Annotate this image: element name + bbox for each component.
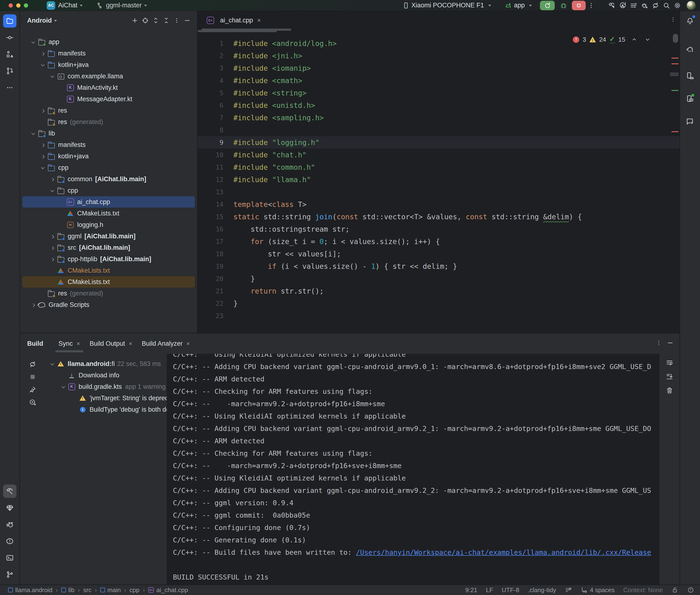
code-line-9[interactable]: 9#include "logging.h" — [198, 136, 679, 148]
tool-commit[interactable] — [3, 31, 17, 44]
breadcrumb-item-main[interactable]: main — [100, 587, 121, 594]
next-problem-icon[interactable] — [644, 36, 651, 43]
close-window-button[interactable] — [8, 3, 13, 8]
close-tab-icon[interactable]: × — [257, 17, 261, 24]
collapse-all-button[interactable] — [161, 15, 171, 26]
code-line-2[interactable]: 2#include <jni.h> — [198, 50, 679, 62]
breadcrumb-item-cpp[interactable]: cpp — [130, 587, 140, 594]
chevron-right-icon[interactable] — [39, 152, 46, 160]
clear-console-icon[interactable] — [666, 387, 673, 394]
vcs-branch-widget[interactable]: ggml-master — [96, 2, 147, 9]
code-line-5[interactable]: 5#include <string> — [198, 87, 679, 99]
tool-device-manager[interactable] — [683, 69, 697, 82]
indent-widget[interactable]: 4 spaces — [581, 587, 615, 594]
tree-item-cpp[interactable]: cpp — [22, 185, 195, 196]
more-run-actions-button[interactable] — [586, 1, 597, 10]
apply-code-changes-button[interactable] — [617, 1, 628, 10]
tree-item-manifests[interactable]: manifests — [22, 48, 195, 59]
code-line-7[interactable]: 7#include <sampling.h> — [198, 111, 679, 124]
pin-icon[interactable] — [29, 386, 36, 393]
device-selector[interactable]: Xiaomi POCOPHONE F1 — [402, 2, 491, 9]
build-tree-item-llama-android[interactable]: llama.android: fi22 sec, 583 ms — [45, 358, 167, 370]
tool-device-explorer[interactable] — [3, 501, 17, 514]
chevron-right-icon[interactable] — [49, 255, 56, 263]
code-line-15[interactable]: 15static std::string join(const std::vec… — [198, 210, 679, 223]
tree-item-messageadapter-kt[interactable]: MessageAdapter.kt — [22, 93, 195, 105]
linter-config[interactable]: .clang-tidy — [528, 587, 556, 594]
chevron-down-icon[interactable] — [49, 187, 56, 194]
build-tree-item-jvmtarget-string-is-deprec[interactable]: 'jvmTarget: String' is deprec — [45, 392, 167, 404]
rerun-button[interactable] — [540, 1, 555, 10]
tree-item-kotlin-java[interactable]: kotlin+java — [22, 59, 195, 70]
tree-item-ggml-aichat-lib-main[interactable]: ggml[AiChat.lib.main] — [22, 230, 195, 242]
chevron-right-icon[interactable] — [39, 141, 46, 148]
code-line-3[interactable]: 3#include <iomanip> — [198, 62, 679, 74]
tree-item-ai-chat-cpp[interactable]: ai_chat.cpp — [22, 196, 195, 208]
error-indicator-icon[interactable] — [687, 587, 694, 594]
build-console[interactable]: C/C++: Using KleidiAI optimized kernels … — [167, 354, 660, 585]
code-line-18[interactable]: 18 str << values[i]; — [198, 248, 679, 260]
sync-gradle-button[interactable] — [650, 1, 661, 10]
tree-item-cmakelists-txt[interactable]: CMakeLists.txt — [22, 208, 195, 219]
editor-options-button[interactable] — [670, 17, 676, 24]
breadcrumb-item-lib[interactable]: lib — [61, 587, 75, 594]
tree-item-cmakelists-txt[interactable]: CMakeLists.txt — [22, 265, 195, 276]
inspections-widget-icon[interactable] — [565, 587, 572, 594]
code-line-23[interactable]: 23 — [198, 310, 679, 322]
chevron-right-icon[interactable] — [30, 301, 37, 308]
tree-item-app[interactable]: app — [22, 36, 195, 48]
zoom-window-button[interactable] — [24, 3, 28, 8]
search-everywhere-button[interactable] — [661, 1, 672, 10]
build-options-button[interactable] — [656, 340, 662, 348]
code-line-11[interactable]: 11#include "common.h" — [198, 161, 679, 173]
tree-item-manifests[interactable]: manifests — [22, 139, 195, 150]
tool-logcat[interactable] — [3, 518, 17, 531]
tree-item-com-example-llama[interactable]: com.example.llama — [22, 70, 195, 82]
code-line-19[interactable]: 19 if (i < values.size() - 1) { str << d… — [198, 260, 679, 273]
tool-running-devices[interactable] — [683, 92, 697, 105]
attach-debugger-button[interactable] — [639, 1, 650, 10]
close-tab-icon[interactable]: × — [77, 340, 80, 347]
context-widget[interactable]: Context: None — [623, 587, 663, 594]
tree-item-kotlin-java[interactable]: kotlin+java — [22, 150, 195, 162]
change-stripe-mark[interactable] — [671, 90, 678, 91]
filter-icon[interactable] — [29, 399, 36, 406]
tree-item-logging-h[interactable]: logging.h — [22, 219, 195, 230]
code-line-12[interactable]: 12#include "llama.h" — [198, 173, 679, 186]
breadcrumb-item-src[interactable]: src — [83, 587, 91, 594]
file-encoding[interactable]: UTF-8 — [502, 587, 520, 594]
stop-process-icon[interactable] — [29, 373, 36, 380]
build-tree-item-buildtype-debug-is-both-de[interactable]: BuildType 'debug' is both de — [45, 404, 167, 415]
tool-problems[interactable] — [3, 535, 17, 548]
tool-notifications[interactable] — [683, 14, 697, 28]
profiler-button[interactable] — [628, 1, 639, 10]
run-configuration-selector[interactable]: app — [504, 2, 532, 9]
chevron-down-icon[interactable] — [30, 38, 37, 46]
build-tree-item-download-info[interactable]: Download info — [45, 370, 167, 381]
project-view-selector[interactable]: Android — [27, 17, 52, 24]
code-line-4[interactable]: 4#include <cmath> — [198, 74, 679, 87]
tab-sync[interactable]: Sync× — [54, 333, 85, 354]
add-button[interactable] — [130, 15, 140, 26]
chevron-down-icon[interactable] — [30, 130, 37, 137]
code-line-14[interactable]: 14template<class T> — [198, 198, 679, 210]
chevron-right-icon[interactable] — [49, 175, 56, 182]
tab-ai-chat-cpp[interactable]: ai_chat.cpp × — [201, 11, 265, 30]
tool-structure[interactable] — [3, 48, 17, 61]
code-line-8[interactable]: 8 — [198, 124, 679, 136]
soft-wrap-icon[interactable] — [666, 359, 673, 367]
close-tab-icon[interactable]: × — [129, 340, 133, 347]
tree-item-src-aichat-lib-main[interactable]: src[AiChat.lib.main] — [22, 242, 195, 253]
code-line-10[interactable]: 10#include "chat.h" — [198, 148, 679, 161]
locate-file-button[interactable] — [140, 15, 150, 26]
tool-terminal[interactable] — [3, 551, 17, 565]
tab-build-output[interactable]: Build Output× — [85, 333, 137, 354]
tree-item-mainactivity-kt[interactable]: MainActivity.kt — [22, 82, 195, 93]
chevron-right-icon[interactable] — [39, 50, 46, 57]
build-output-path-link[interactable]: /Users/hanyin/Workspace/ai-chat/examples… — [356, 548, 651, 557]
code-line-21[interactable]: 21 return str.str(); — [198, 285, 679, 297]
tree-item-cpp-httplib-aichat-lib-main[interactable]: cpp-httplib[AiChat.lib.main] — [22, 253, 195, 265]
tool-pull-requests[interactable] — [3, 64, 17, 78]
close-tab-icon[interactable]: × — [186, 340, 190, 347]
user-avatar[interactable] — [687, 1, 696, 10]
